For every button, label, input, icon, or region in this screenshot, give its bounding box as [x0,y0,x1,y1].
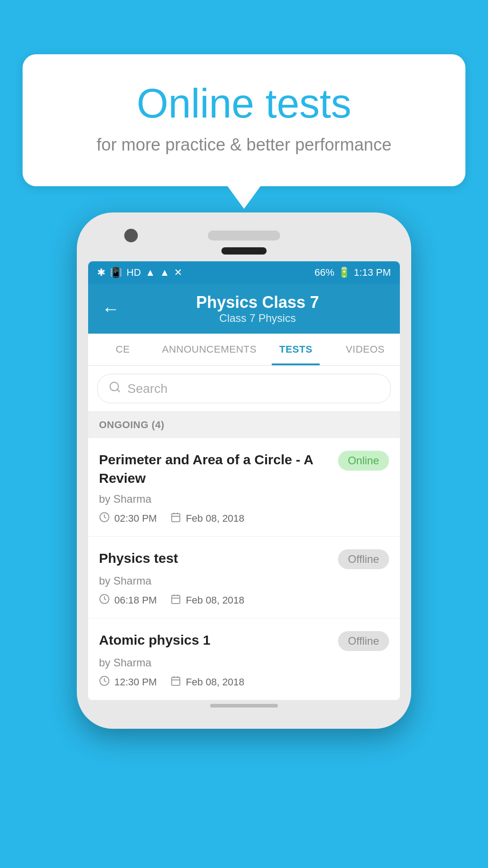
phone-button-bar [221,247,267,255]
vibrate-icon: 📳 [110,267,122,278]
test-date: Feb 08, 2018 [186,513,244,524]
test-meta: 02:30 PM Feb 08, 2018 [99,512,389,525]
bubble-subtitle: for more practice & better performance [59,135,429,155]
tabs-bar: CE ANNOUNCEMENTS TESTS VIDEOS [88,334,400,366]
speech-bubble: Online tests for more practice & better … [23,54,465,186]
test-time: 12:30 PM [114,676,157,688]
test-meta: 12:30 PM Feb 08, 2018 [99,675,389,689]
phone-bottom [88,704,400,715]
test-title: Physics test [99,549,329,568]
test-item-header: Physics test Offline [99,549,389,569]
calendar-icon [170,512,181,525]
time-meta: 06:18 PM [99,594,157,607]
svg-rect-3 [172,514,180,522]
calendar-icon [170,594,181,607]
bubble-title: Online tests [59,81,429,126]
time-meta: 02:30 PM [99,512,157,525]
app-bar-title: Physics Class 7 Class 7 Physics [129,293,386,325]
test-author: by Sharma [99,575,389,587]
test-time: 02:30 PM [114,513,157,524]
wifi-icon: ▲ [145,267,155,278]
status-icons: ✱ 📳 HD ▲ ▲ ✕ [97,267,182,278]
phone-top [88,226,400,247]
app-bar: ← Physics Class 7 Class 7 Physics [88,284,400,334]
battery-percent: 66% [314,267,334,278]
phone-screen: ✱ 📳 HD ▲ ▲ ✕ 66% 🔋 1:13 PM ← Physics Cla… [88,261,400,700]
date-meta: Feb 08, 2018 [170,675,244,689]
search-bar[interactable]: Search [97,374,391,403]
test-time: 06:18 PM [114,594,157,606]
test-author: by Sharma [99,656,389,669]
signal2-icon: ✕ [174,267,182,278]
calendar-icon [170,675,181,689]
test-item[interactable]: Physics test Offline by Sharma 06:18 PM [88,537,400,618]
hd-icon: HD [127,267,141,278]
clock-icon [99,512,110,525]
date-meta: Feb 08, 2018 [170,594,244,607]
tab-ce[interactable]: CE [88,334,158,365]
status-badge: Online [338,451,389,471]
tab-announcements[interactable]: ANNOUNCEMENTS [158,334,261,365]
section-header: ONGOING (4) [88,412,400,438]
status-bar: ✱ 📳 HD ▲ ▲ ✕ 66% 🔋 1:13 PM [88,261,400,284]
status-badge: Offline [338,549,389,569]
svg-rect-8 [172,595,180,604]
clock-icon [99,594,110,607]
test-author: by Sharma [99,493,389,505]
bluetooth-icon: ✱ [97,267,105,278]
battery-icon: 🔋 [338,267,350,278]
status-right: 66% 🔋 1:13 PM [314,267,391,278]
app-title-main: Physics Class 7 [129,293,386,312]
status-badge: Offline [338,631,389,651]
test-date: Feb 08, 2018 [186,594,244,606]
phone-camera [124,229,138,242]
test-item-header: Perimeter and Area of a Circle - A Revie… [99,451,389,487]
search-placeholder: Search [127,382,168,396]
search-icon [108,381,121,396]
test-item[interactable]: Atomic physics 1 Offline by Sharma 12:30… [88,618,400,700]
phone-frame: ✱ 📳 HD ▲ ▲ ✕ 66% 🔋 1:13 PM ← Physics Cla… [77,212,411,729]
date-meta: Feb 08, 2018 [170,512,244,525]
phone-speaker [208,231,280,241]
test-meta: 06:18 PM Feb 08, 2018 [99,594,389,607]
search-bar-container: Search [88,366,400,412]
signal-icon: ▲ [160,267,170,278]
speech-bubble-container: Online tests for more practice & better … [23,54,465,186]
clock-time: 1:13 PM [354,267,391,278]
test-title: Perimeter and Area of a Circle - A Revie… [99,451,329,487]
home-indicator [210,704,278,708]
svg-rect-13 [172,677,180,685]
app-title-sub: Class 7 Physics [129,312,386,325]
test-date: Feb 08, 2018 [186,676,244,688]
back-button[interactable]: ← [102,299,120,319]
clock-icon [99,675,110,689]
test-title: Atomic physics 1 [99,631,329,650]
time-meta: 12:30 PM [99,675,157,689]
tab-tests[interactable]: TESTS [261,334,331,365]
svg-line-1 [117,389,119,392]
test-item[interactable]: Perimeter and Area of a Circle - A Revie… [88,438,400,537]
test-item-header: Atomic physics 1 Offline [99,631,389,651]
tab-videos[interactable]: VIDEOS [330,334,400,365]
